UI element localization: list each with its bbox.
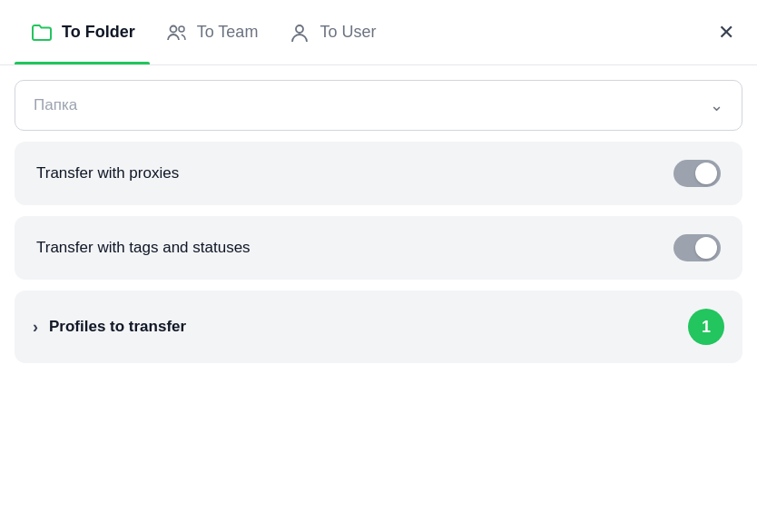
tab-to-folder[interactable]: To Folder — [15, 0, 150, 64]
main-content: Папка ⌄ Transfer with proxies Transfer w… — [0, 65, 757, 378]
folder-icon — [29, 20, 54, 45]
svg-point-2 — [296, 25, 303, 33]
close-button[interactable]: ✕ — [710, 16, 742, 49]
tab-to-team-label: To Team — [197, 23, 259, 42]
transfer-tags-toggle[interactable] — [673, 234, 721, 261]
profiles-label: Profiles to transfer — [49, 318, 677, 336]
profiles-badge-count: 1 — [702, 318, 711, 337]
tab-to-team[interactable]: To Team — [150, 0, 273, 64]
chevron-down-icon: ⌄ — [710, 95, 723, 115]
transfer-tags-label: Transfer with tags and statuses — [36, 239, 251, 257]
tab-to-user-label: To User — [320, 23, 376, 42]
transfer-proxies-toggle[interactable] — [673, 160, 721, 187]
transfer-proxies-label: Transfer with proxies — [36, 164, 179, 182]
folder-select-placeholder: Папка — [34, 96, 77, 114]
expand-icon: › — [33, 318, 38, 337]
tab-to-folder-label: To Folder — [62, 23, 135, 42]
profiles-badge: 1 — [688, 309, 724, 345]
profiles-to-transfer-row[interactable]: › Profiles to transfer 1 — [15, 291, 742, 363]
team-icon — [164, 20, 190, 45]
tabs-header: To Folder To Team To User — [0, 0, 757, 65]
folder-select-dropdown[interactable]: Папка ⌄ — [15, 80, 742, 131]
svg-point-0 — [170, 25, 176, 32]
user-icon — [287, 20, 312, 45]
transfer-tags-row: Transfer with tags and statuses — [15, 216, 742, 280]
svg-point-1 — [179, 26, 184, 32]
tab-to-user[interactable]: To User — [272, 0, 390, 64]
transfer-proxies-row: Transfer with proxies — [15, 142, 742, 205]
modal-container: To Folder To Team To User — [0, 0, 757, 378]
